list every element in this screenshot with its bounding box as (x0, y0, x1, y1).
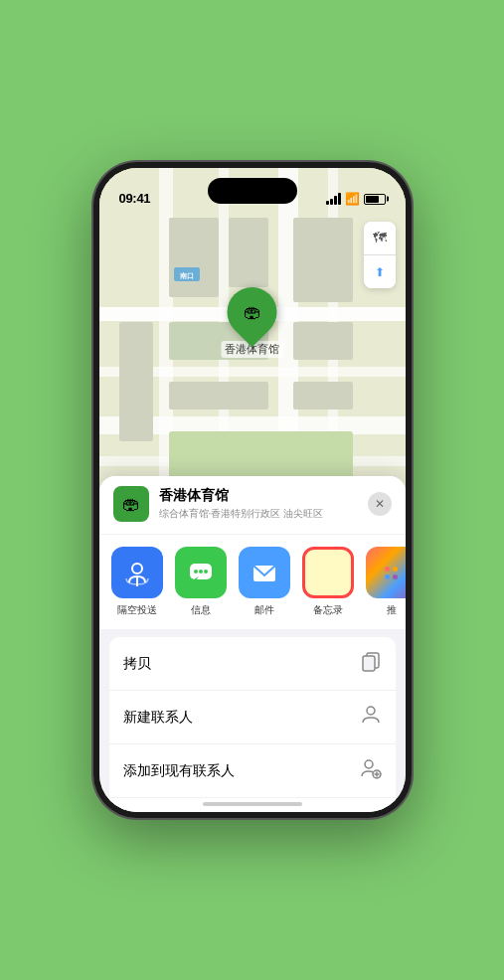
action-list: 拷贝 新建联系人 (109, 637, 396, 812)
marker-emoji: 🏟 (244, 302, 261, 323)
svg-point-21 (132, 564, 142, 573)
wifi-icon: 📶 (345, 192, 360, 206)
map-area[interactable]: 南口 🏟 香港体育馆 🗺 ⬆ (99, 168, 406, 506)
location-button[interactable]: ⬆ (364, 256, 396, 288)
battery-icon (364, 194, 386, 205)
action-add-existing-label: 添加到现有联系人 (123, 762, 235, 780)
person-add-icon (360, 757, 382, 784)
close-button[interactable]: ✕ (368, 492, 392, 516)
svg-rect-17 (119, 382, 153, 441)
airdrop-icon (111, 547, 163, 598)
svg-point-30 (367, 707, 375, 715)
airdrop-label: 隔空投送 (117, 603, 157, 617)
signal-icon (326, 193, 341, 205)
message-icon (175, 547, 227, 598)
action-copy[interactable]: 拷贝 (109, 637, 396, 691)
note-icon (360, 811, 382, 812)
svg-rect-15 (169, 382, 268, 409)
notes-lines (324, 554, 332, 591)
action-new-contact[interactable]: 新建联系人 (109, 691, 396, 744)
svg-point-31 (365, 760, 373, 768)
share-row: 隔空投送 信息 (99, 535, 406, 629)
svg-rect-12 (293, 218, 353, 302)
map-controls[interactable]: 🗺 ⬆ (364, 222, 396, 288)
action-add-existing[interactable]: 添加到现有联系人 (109, 744, 396, 798)
share-more[interactable]: 推 (364, 547, 406, 617)
svg-point-26 (204, 570, 208, 573)
location-marker: 🏟 香港体育馆 (221, 287, 283, 358)
more-label: 推 (387, 603, 397, 617)
phone-screen: 09:41 📶 (99, 168, 406, 812)
place-icon: 🏟 (113, 486, 149, 522)
marker-pin: 🏟 (217, 277, 287, 348)
share-notes[interactable]: 备忘录 (300, 547, 356, 617)
share-message[interactable]: 信息 (173, 547, 229, 617)
status-time: 09:41 (119, 191, 151, 206)
svg-point-24 (194, 570, 198, 573)
place-header: 🏟 香港体育馆 综合体育馆·香港特别行政区 油尖旺区 ✕ (99, 476, 406, 534)
bottom-sheet: 🏟 香港体育馆 综合体育馆·香港特别行政区 油尖旺区 ✕ (99, 476, 406, 812)
share-mail[interactable]: 邮件 (237, 547, 292, 617)
home-indicator (203, 802, 302, 806)
action-new-contact-label: 新建联系人 (123, 709, 193, 727)
svg-text:南口: 南口 (180, 271, 194, 279)
map-control-divider (364, 254, 396, 255)
svg-rect-29 (363, 656, 375, 671)
message-label: 信息 (191, 603, 211, 617)
person-icon (360, 704, 382, 731)
notes-label: 备忘录 (313, 603, 343, 617)
status-icons: 📶 (326, 192, 386, 206)
place-name: 香港体育馆 (159, 487, 358, 505)
map-type-button[interactable]: 🗺 (364, 222, 396, 253)
svg-rect-16 (293, 382, 353, 409)
mail-label: 邮件 (254, 603, 274, 617)
svg-rect-9 (169, 218, 219, 297)
notes-icon (302, 547, 354, 598)
place-info: 香港体育馆 综合体育馆·香港特别行政区 油尖旺区 (159, 487, 358, 521)
place-subtitle: 综合体育馆·香港特别行政区 油尖旺区 (159, 507, 358, 521)
phone-frame: 09:41 📶 (93, 162, 412, 818)
more-icon (366, 547, 406, 598)
action-copy-label: 拷贝 (123, 655, 151, 673)
svg-point-25 (199, 570, 203, 573)
dynamic-island (208, 178, 297, 204)
svg-rect-13 (293, 322, 353, 360)
share-airdrop[interactable]: 隔空投送 (109, 547, 165, 617)
mail-icon (239, 547, 290, 598)
more-dots (385, 567, 398, 579)
copy-icon (360, 650, 382, 677)
svg-rect-10 (229, 218, 268, 287)
